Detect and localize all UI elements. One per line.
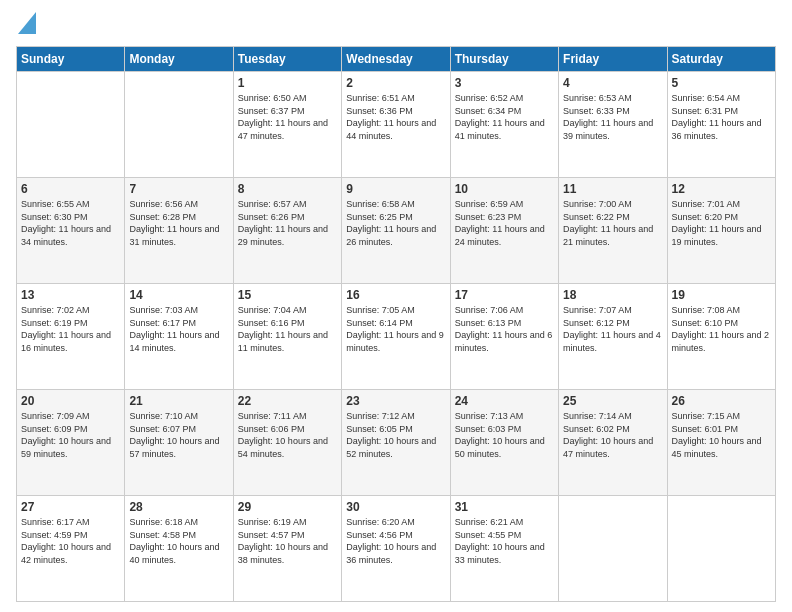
calendar-cell: 2Sunrise: 6:51 AM Sunset: 6:36 PM Daylig… [342, 72, 450, 178]
calendar-cell: 31Sunrise: 6:21 AM Sunset: 4:55 PM Dayli… [450, 496, 558, 602]
day-info: Sunrise: 6:18 AM Sunset: 4:58 PM Dayligh… [129, 516, 228, 566]
day-info: Sunrise: 6:59 AM Sunset: 6:23 PM Dayligh… [455, 198, 554, 248]
day-info: Sunrise: 6:20 AM Sunset: 4:56 PM Dayligh… [346, 516, 445, 566]
day-number: 11 [563, 182, 662, 196]
day-number: 21 [129, 394, 228, 408]
calendar-cell: 27Sunrise: 6:17 AM Sunset: 4:59 PM Dayli… [17, 496, 125, 602]
calendar-cell: 29Sunrise: 6:19 AM Sunset: 4:57 PM Dayli… [233, 496, 341, 602]
day-number: 10 [455, 182, 554, 196]
day-info: Sunrise: 7:02 AM Sunset: 6:19 PM Dayligh… [21, 304, 120, 354]
day-info: Sunrise: 7:05 AM Sunset: 6:14 PM Dayligh… [346, 304, 445, 354]
day-info: Sunrise: 7:03 AM Sunset: 6:17 PM Dayligh… [129, 304, 228, 354]
day-info: Sunrise: 7:00 AM Sunset: 6:22 PM Dayligh… [563, 198, 662, 248]
day-info: Sunrise: 7:08 AM Sunset: 6:10 PM Dayligh… [672, 304, 771, 354]
calendar-cell: 25Sunrise: 7:14 AM Sunset: 6:02 PM Dayli… [559, 390, 667, 496]
day-number: 17 [455, 288, 554, 302]
calendar-cell: 15Sunrise: 7:04 AM Sunset: 6:16 PM Dayli… [233, 284, 341, 390]
calendar-cell: 26Sunrise: 7:15 AM Sunset: 6:01 PM Dayli… [667, 390, 775, 496]
day-number: 26 [672, 394, 771, 408]
day-headers: Sunday Monday Tuesday Wednesday Thursday… [17, 47, 776, 72]
svg-marker-0 [18, 12, 36, 34]
day-info: Sunrise: 7:09 AM Sunset: 6:09 PM Dayligh… [21, 410, 120, 460]
calendar-cell: 12Sunrise: 7:01 AM Sunset: 6:20 PM Dayli… [667, 178, 775, 284]
day-info: Sunrise: 6:21 AM Sunset: 4:55 PM Dayligh… [455, 516, 554, 566]
header-monday: Monday [125, 47, 233, 72]
day-info: Sunrise: 6:19 AM Sunset: 4:57 PM Dayligh… [238, 516, 337, 566]
header-tuesday: Tuesday [233, 47, 341, 72]
day-info: Sunrise: 7:12 AM Sunset: 6:05 PM Dayligh… [346, 410, 445, 460]
day-number: 27 [21, 500, 120, 514]
day-info: Sunrise: 7:06 AM Sunset: 6:13 PM Dayligh… [455, 304, 554, 354]
calendar-cell: 4Sunrise: 6:53 AM Sunset: 6:33 PM Daylig… [559, 72, 667, 178]
page: Sunday Monday Tuesday Wednesday Thursday… [0, 0, 792, 612]
header-sunday: Sunday [17, 47, 125, 72]
calendar-cell: 30Sunrise: 6:20 AM Sunset: 4:56 PM Dayli… [342, 496, 450, 602]
day-number: 22 [238, 394, 337, 408]
day-number: 5 [672, 76, 771, 90]
calendar-cell: 16Sunrise: 7:05 AM Sunset: 6:14 PM Dayli… [342, 284, 450, 390]
header-saturday: Saturday [667, 47, 775, 72]
day-info: Sunrise: 7:11 AM Sunset: 6:06 PM Dayligh… [238, 410, 337, 460]
day-number: 24 [455, 394, 554, 408]
day-info: Sunrise: 6:57 AM Sunset: 6:26 PM Dayligh… [238, 198, 337, 248]
calendar-cell: 13Sunrise: 7:02 AM Sunset: 6:19 PM Dayli… [17, 284, 125, 390]
day-info: Sunrise: 7:07 AM Sunset: 6:12 PM Dayligh… [563, 304, 662, 354]
day-info: Sunrise: 6:55 AM Sunset: 6:30 PM Dayligh… [21, 198, 120, 248]
calendar-cell: 8Sunrise: 6:57 AM Sunset: 6:26 PM Daylig… [233, 178, 341, 284]
day-info: Sunrise: 6:56 AM Sunset: 6:28 PM Dayligh… [129, 198, 228, 248]
calendar-cell [125, 72, 233, 178]
day-info: Sunrise: 6:54 AM Sunset: 6:31 PM Dayligh… [672, 92, 771, 142]
calendar-cell: 1Sunrise: 6:50 AM Sunset: 6:37 PM Daylig… [233, 72, 341, 178]
day-number: 30 [346, 500, 445, 514]
day-info: Sunrise: 6:50 AM Sunset: 6:37 PM Dayligh… [238, 92, 337, 142]
calendar: Sunday Monday Tuesday Wednesday Thursday… [16, 46, 776, 602]
day-info: Sunrise: 6:17 AM Sunset: 4:59 PM Dayligh… [21, 516, 120, 566]
day-number: 29 [238, 500, 337, 514]
calendar-cell: 17Sunrise: 7:06 AM Sunset: 6:13 PM Dayli… [450, 284, 558, 390]
calendar-cell: 14Sunrise: 7:03 AM Sunset: 6:17 PM Dayli… [125, 284, 233, 390]
day-info: Sunrise: 7:15 AM Sunset: 6:01 PM Dayligh… [672, 410, 771, 460]
header-thursday: Thursday [450, 47, 558, 72]
calendar-cell: 11Sunrise: 7:00 AM Sunset: 6:22 PM Dayli… [559, 178, 667, 284]
day-info: Sunrise: 7:01 AM Sunset: 6:20 PM Dayligh… [672, 198, 771, 248]
day-number: 1 [238, 76, 337, 90]
calendar-cell: 3Sunrise: 6:52 AM Sunset: 6:34 PM Daylig… [450, 72, 558, 178]
calendar-cell: 10Sunrise: 6:59 AM Sunset: 6:23 PM Dayli… [450, 178, 558, 284]
calendar-cell [667, 496, 775, 602]
logo-triangle [18, 12, 36, 38]
day-number: 20 [21, 394, 120, 408]
header [16, 16, 776, 38]
day-info: Sunrise: 6:51 AM Sunset: 6:36 PM Dayligh… [346, 92, 445, 142]
day-number: 3 [455, 76, 554, 90]
day-number: 7 [129, 182, 228, 196]
day-info: Sunrise: 7:14 AM Sunset: 6:02 PM Dayligh… [563, 410, 662, 460]
day-number: 8 [238, 182, 337, 196]
day-number: 23 [346, 394, 445, 408]
day-number: 18 [563, 288, 662, 302]
day-number: 4 [563, 76, 662, 90]
logo [16, 16, 36, 38]
calendar-cell: 7Sunrise: 6:56 AM Sunset: 6:28 PM Daylig… [125, 178, 233, 284]
day-info: Sunrise: 7:13 AM Sunset: 6:03 PM Dayligh… [455, 410, 554, 460]
day-number: 2 [346, 76, 445, 90]
day-number: 6 [21, 182, 120, 196]
calendar-cell [17, 72, 125, 178]
calendar-cell: 20Sunrise: 7:09 AM Sunset: 6:09 PM Dayli… [17, 390, 125, 496]
header-friday: Friday [559, 47, 667, 72]
calendar-cell: 21Sunrise: 7:10 AM Sunset: 6:07 PM Dayli… [125, 390, 233, 496]
calendar-cell [559, 496, 667, 602]
day-number: 12 [672, 182, 771, 196]
day-info: Sunrise: 6:52 AM Sunset: 6:34 PM Dayligh… [455, 92, 554, 142]
calendar-cell: 19Sunrise: 7:08 AM Sunset: 6:10 PM Dayli… [667, 284, 775, 390]
day-number: 13 [21, 288, 120, 302]
calendar-cell: 28Sunrise: 6:18 AM Sunset: 4:58 PM Dayli… [125, 496, 233, 602]
day-info: Sunrise: 6:53 AM Sunset: 6:33 PM Dayligh… [563, 92, 662, 142]
calendar-cell: 22Sunrise: 7:11 AM Sunset: 6:06 PM Dayli… [233, 390, 341, 496]
calendar-cell: 23Sunrise: 7:12 AM Sunset: 6:05 PM Dayli… [342, 390, 450, 496]
day-number: 31 [455, 500, 554, 514]
day-number: 9 [346, 182, 445, 196]
day-info: Sunrise: 6:58 AM Sunset: 6:25 PM Dayligh… [346, 198, 445, 248]
header-wednesday: Wednesday [342, 47, 450, 72]
calendar-cell: 24Sunrise: 7:13 AM Sunset: 6:03 PM Dayli… [450, 390, 558, 496]
calendar-cell: 5Sunrise: 6:54 AM Sunset: 6:31 PM Daylig… [667, 72, 775, 178]
